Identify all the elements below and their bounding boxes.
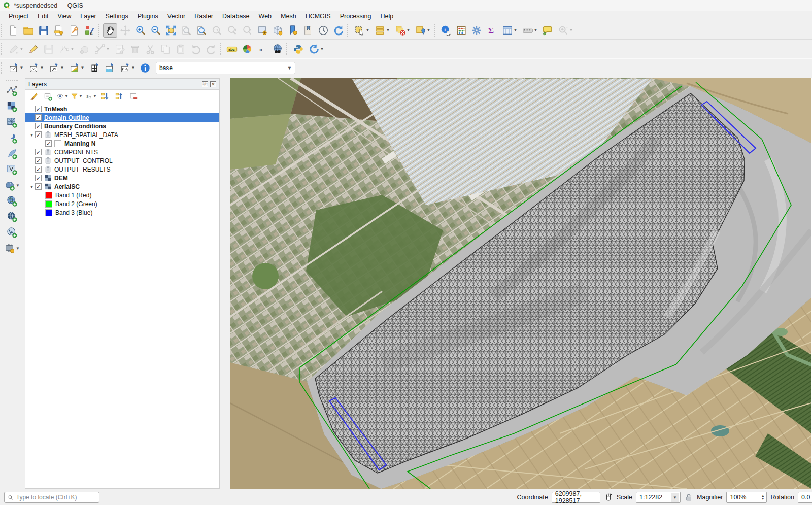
chevron-down-icon[interactable]: ▼ [20,65,24,70]
map-canvas[interactable] [230,78,811,489]
layer-item-band-1-red-[interactable]: Band 1 (Red) [25,191,219,199]
chevron-down-icon[interactable]: ▼ [131,65,136,70]
locator-bar[interactable] [4,492,99,503]
deselect-features-button[interactable]: ▼ [393,23,412,38]
layer-item-mesh-spatial-data[interactable]: ▾✓MESH_SPATIAL_DATA [25,130,219,139]
new-print-layout-button[interactable] [52,23,66,38]
select-features-button[interactable]: ▼ [352,23,371,38]
layer-visibility-checkbox[interactable]: ✓ [35,175,42,181]
metasearch-button[interactable]: ▼ [4,241,21,256]
measure-button[interactable]: ▼ [520,23,539,38]
chevron-down-icon[interactable]: ▼ [64,94,69,98]
lock-scale-icon[interactable] [684,493,693,502]
filter-legend-button[interactable]: ▼ [71,91,83,102]
menu-layer[interactable]: Layer [76,12,100,21]
zoom-to-layer-button[interactable] [194,23,209,38]
mesh-plugin-export-button[interactable]: ▼ [47,61,66,75]
toggle-editing-button[interactable] [26,42,41,56]
menu-mesh[interactable]: Mesh [276,12,301,21]
layer-item-manning-n[interactable]: ✓Manning N [25,139,219,148]
magnifier-spinbox[interactable]: 100%▲▼ [726,492,767,503]
menu-raster[interactable]: Raster [190,12,218,21]
manage-map-themes-button[interactable]: ▼ [56,91,69,102]
layer-visibility-checkbox[interactable]: ✓ [35,157,42,164]
menu-edit[interactable]: Edit [33,12,53,21]
field-calculator-button[interactable] [454,23,468,38]
processing-history-button[interactable]: ▼ [307,42,326,56]
zoom-in-button[interactable] [133,23,148,38]
layer-item-band-3-blue-[interactable]: Band 3 (Blue) [25,208,219,217]
chevron-down-icon[interactable]: ▼ [71,47,75,51]
add-wfs-layer-button[interactable] [4,225,21,240]
chevron-down-icon[interactable]: ▼ [93,94,97,98]
menu-processing[interactable]: Processing [335,12,376,21]
project-new-button[interactable] [6,23,20,38]
chevron-down-icon[interactable]: ▼ [514,28,518,32]
style-manager-button[interactable] [82,23,96,38]
layer-visibility-checkbox[interactable]: ✓ [35,123,42,129]
chevron-down-icon[interactable]: ▼ [407,28,411,32]
menu-settings[interactable]: Settings [101,12,133,21]
layer-item-components[interactable]: ✓COMPONENTS [25,148,219,156]
layer-item-boundary-conditions[interactable]: ✓Boundary Conditions [25,122,219,130]
mesh-plugin-flood-button[interactable] [103,61,117,75]
add-vector-layer-button[interactable] [4,83,21,98]
panel-splitter[interactable] [220,77,230,489]
python-console-button[interactable] [291,42,306,56]
layer-visibility-checkbox[interactable]: ✓ [35,183,42,190]
open-layer-styling-button[interactable] [28,91,40,102]
mesh-plugin-about-button[interactable] [138,61,152,75]
osm-place-search-button[interactable] [270,42,285,56]
menu-web[interactable]: Web [254,12,276,21]
mesh-plugin-load-button[interactable]: ▼ [6,61,25,75]
layer-select-combo[interactable]: base▼ [156,62,295,74]
expand-arrow-icon[interactable]: ▾ [28,132,35,138]
pan-map-button[interactable] [103,23,117,38]
refresh-map-button[interactable] [331,23,346,38]
add-delimited-text-layer-button[interactable] [4,130,21,146]
project-save-button[interactable] [37,23,51,38]
collapse-all-button[interactable] [113,91,125,102]
chevron-down-icon[interactable]: ▼ [427,28,431,32]
layer-item-aerialsc[interactable]: ▾✓AerialSC [25,182,219,191]
chevron-down-icon[interactable]: ▼ [534,28,538,32]
temporal-controller-button[interactable] [316,23,330,38]
layer-item-domain-outline[interactable]: ✓Domain Outline [25,113,219,122]
add-raster-layer-button[interactable] [4,99,21,114]
chevron-down-icon[interactable]: ▼ [16,183,20,188]
open-attribute-table-button[interactable]: ▼ [500,23,519,38]
layer-visibility-checkbox[interactable]: ✓ [35,114,42,121]
menu-project[interactable]: Project [4,12,33,21]
project-open-button[interactable] [21,23,36,38]
chevron-down-icon[interactable]: ▼ [40,65,44,70]
locator-input[interactable] [16,494,96,501]
show-bookmarks-button[interactable] [301,23,315,38]
mesh-plugin-animation-button[interactable] [87,61,101,75]
layer-item-trimesh[interactable]: ✓TriMesh [25,105,219,113]
remove-layer-button[interactable] [127,91,140,102]
add-postgis-layer-button[interactable]: ▼ [4,178,21,193]
extents-toggle-icon[interactable] [604,493,613,502]
new-map-view-button[interactable] [255,23,269,38]
new-spatial-bookmark-button[interactable] [286,23,300,38]
layer-item-output-control[interactable]: ✓OUTPUT_CONTROL [25,156,219,165]
add-wcs-layer-button[interactable] [4,209,21,224]
zoom-full-button[interactable] [164,23,178,38]
mesh-plugin-styles-button[interactable]: ▼ [67,61,86,75]
add-mesh-layer-button[interactable] [4,115,21,130]
layer-item-dem[interactable]: ✓DEM [25,174,219,182]
toolbar-overflow-button[interactable] [255,42,269,56]
scale-combo[interactable]: 1:12282▼ [636,492,681,503]
chevron-down-icon[interactable]: ▼ [20,47,24,51]
zoom-out-button[interactable] [149,23,163,38]
layer-item-output-results[interactable]: ✓OUTPUT_RESULTS [25,165,219,174]
layer-item-band-2-green-[interactable]: Band 2 (Green) [25,199,219,208]
select-by-location-button[interactable]: ▼ [413,23,432,38]
filter-by-expression-button[interactable]: ▼ [85,91,97,102]
menu-view[interactable]: View [53,12,76,21]
layer-visibility-checkbox[interactable]: ✓ [35,166,42,173]
select-features-by-value-button[interactable]: ▼ [373,23,392,38]
add-virtual-layer-button[interactable] [4,162,21,177]
identify-features-button[interactable] [439,23,453,38]
chevron-down-icon[interactable]: ▼ [106,47,110,51]
